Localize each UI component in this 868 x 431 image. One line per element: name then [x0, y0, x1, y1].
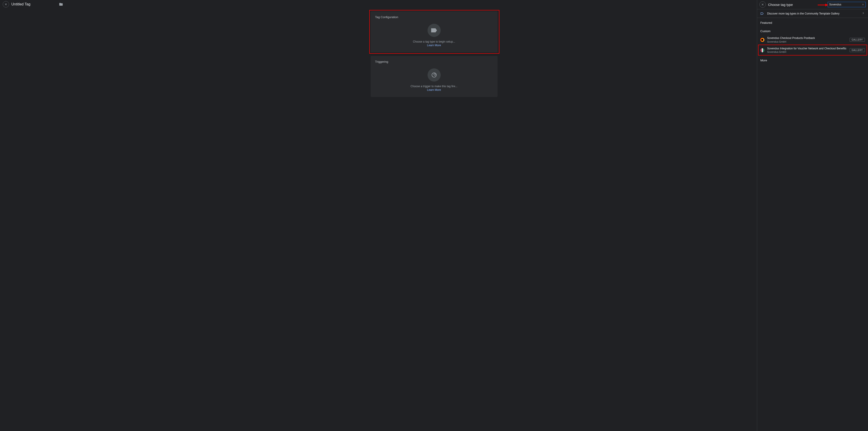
template-icon — [760, 38, 765, 42]
trigger-placeholder-icon — [428, 68, 441, 81]
triggering-card[interactable]: Triggering Choose a trigger to make this… — [371, 56, 498, 97]
section-more: More — [757, 56, 868, 64]
tag-type-drawer: Choose tag type Discover more tag types … — [757, 0, 868, 431]
custom-rows: Sovendus Checkout Products PostbackSoven… — [757, 35, 868, 56]
close-icon — [761, 3, 764, 6]
tag-name-input[interactable] — [11, 2, 57, 6]
tag-config-hint: Choose a tag type to begin setup... — [375, 40, 493, 43]
close-drawer-button[interactable] — [760, 1, 766, 8]
gallery-badge: GALLERY — [850, 48, 865, 52]
community-gallery-banner[interactable]: Discover more tag types in the Community… — [757, 9, 868, 18]
section-featured: Featured — [757, 18, 868, 26]
tag-outline-icon — [760, 12, 764, 15]
tag-type-row[interactable]: Sovendus Checkout Products PostbackSoven… — [757, 35, 868, 45]
clear-search-button[interactable] — [861, 3, 865, 6]
template-publisher: Sovendus-GmbH — [767, 50, 847, 54]
tag-config-header: Tag Configuration — [375, 15, 493, 19]
svg-point-4 — [434, 73, 436, 75]
gallery-badge: GALLERY — [850, 38, 865, 42]
editor-body: Tag Configuration Choose a tag type to b… — [0, 9, 868, 431]
drawer-title: Choose tag type — [768, 3, 793, 7]
trigger-learn-more-link[interactable]: Learn More — [375, 88, 493, 92]
tag-icon — [431, 28, 437, 32]
triggering-header: Triggering — [375, 60, 493, 63]
editor-cards: Tag Configuration Choose a tag type to b… — [371, 11, 498, 431]
editor-topbar: Save — [0, 0, 868, 9]
template-icon — [760, 48, 765, 52]
tag-editor-page: Save Tag Configuration Choose a tag type… — [0, 0, 868, 431]
row-meta: Sovendus Integration for Voucher Network… — [767, 47, 847, 54]
drawer-topbar: Choose tag type — [757, 0, 868, 9]
template-name: Sovendus Checkout Products Postback — [767, 36, 847, 40]
banner-text: Discover more tag types in the Community… — [767, 12, 859, 15]
tag-config-placeholder-icon — [428, 24, 441, 37]
tag-config-wrapper: Tag Configuration Choose a tag type to b… — [371, 11, 498, 52]
trigger-icon — [431, 72, 437, 78]
tag-type-search-input[interactable] — [829, 3, 861, 6]
trigger-hint: Choose a trigger to make this tag fire..… — [375, 85, 493, 88]
tag-configuration-card[interactable]: Tag Configuration Choose a tag type to b… — [371, 11, 498, 52]
close-icon — [862, 3, 864, 6]
tag-config-learn-more-link[interactable]: Learn More — [375, 44, 493, 47]
annotation-arrow — [817, 3, 828, 7]
folder-icon[interactable] — [59, 2, 63, 6]
row-meta: Sovendus Checkout Products PostbackSoven… — [767, 36, 847, 43]
close-editor-button[interactable] — [3, 1, 9, 7]
chevron-right-icon — [862, 11, 865, 15]
tag-type-row[interactable]: Sovendus Integration for Voucher Network… — [757, 45, 868, 56]
section-custom: Custom — [757, 26, 868, 35]
close-icon — [4, 3, 7, 6]
template-publisher: Sovendus-GmbH — [767, 40, 847, 43]
search-wrapper — [828, 2, 866, 7]
template-name: Sovendus Integration for Voucher Network… — [767, 47, 847, 51]
